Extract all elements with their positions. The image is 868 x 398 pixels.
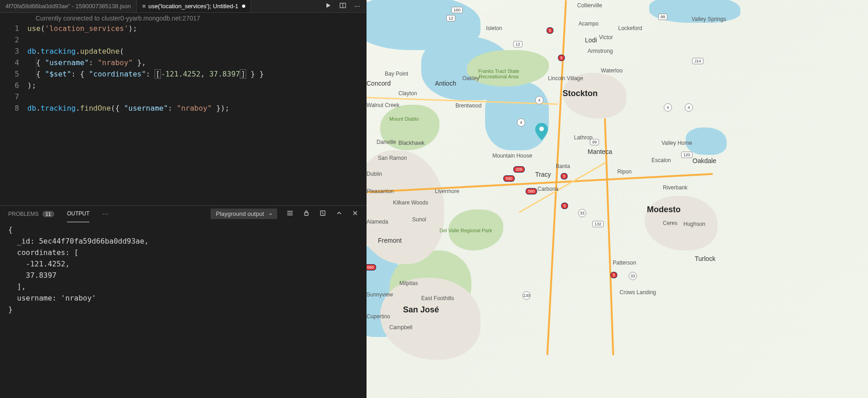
more-actions-icon[interactable]: ··· bbox=[354, 2, 360, 10]
tab-output[interactable]: OUTPUT bbox=[67, 206, 89, 222]
tab-problems[interactable]: PROBLEMS 11 bbox=[8, 206, 54, 222]
output-content[interactable]: { _id: 5ec44f70fa59d66ba0dd93ae, coordin… bbox=[0, 222, 367, 398]
svg-rect-2 bbox=[305, 213, 308, 215]
more-panel-tabs-icon[interactable]: ··· bbox=[102, 210, 108, 218]
line-gutter: 12345678 bbox=[0, 23, 27, 114]
output-label: OUTPUT bbox=[67, 210, 89, 217]
water-east bbox=[686, 128, 727, 155]
problems-count-badge: 11 bbox=[42, 211, 54, 217]
run-icon[interactable] bbox=[325, 2, 331, 10]
tab-playground[interactable]: ≡ use('location_services'); Untitled-1 bbox=[137, 0, 251, 12]
location-marker[interactable] bbox=[535, 123, 548, 140]
toggle-word-wrap-icon[interactable] bbox=[286, 209, 294, 219]
clear-output-icon[interactable] bbox=[319, 209, 326, 219]
bottom-panel: PROBLEMS 11 OUTPUT ··· Playground output bbox=[0, 205, 367, 398]
tab-bar: 4f70fa59d66ba0dd93ae" - 1590007385138.js… bbox=[0, 0, 367, 13]
tab-label: 4f70fa59d66ba0dd93ae" - 1590007385138.js… bbox=[5, 3, 131, 10]
split-editor-icon[interactable] bbox=[340, 2, 346, 10]
svg-point-7 bbox=[539, 127, 544, 131]
tab-label: use('location_services'); Untitled-1 bbox=[149, 3, 238, 10]
file-icon: ≡ bbox=[142, 3, 146, 10]
code-content[interactable]: use('location_services'); db.tracking.up… bbox=[27, 23, 367, 114]
svg-line-4 bbox=[322, 212, 324, 214]
problems-label: PROBLEMS bbox=[8, 211, 39, 217]
dirty-indicator-icon bbox=[242, 5, 245, 8]
lock-icon[interactable] bbox=[303, 209, 310, 219]
water-ne bbox=[649, 0, 740, 23]
map-panel[interactable]: Stockton Modesto San José Concord Antioc… bbox=[367, 0, 868, 398]
collapse-panel-icon[interactable] bbox=[336, 209, 343, 219]
code-editor[interactable]: 12345678 use('location_services'); db.tr… bbox=[0, 23, 367, 114]
output-channel-select[interactable]: Playground output bbox=[211, 209, 277, 219]
select-value: Playground output bbox=[216, 210, 264, 217]
close-panel-icon[interactable] bbox=[352, 210, 358, 218]
connection-status: Currently connected to cluster0-yyarb.mo… bbox=[0, 13, 367, 23]
tab-json-file[interactable]: 4f70fa59d66ba0dd93ae" - 1590007385138.js… bbox=[0, 0, 137, 12]
